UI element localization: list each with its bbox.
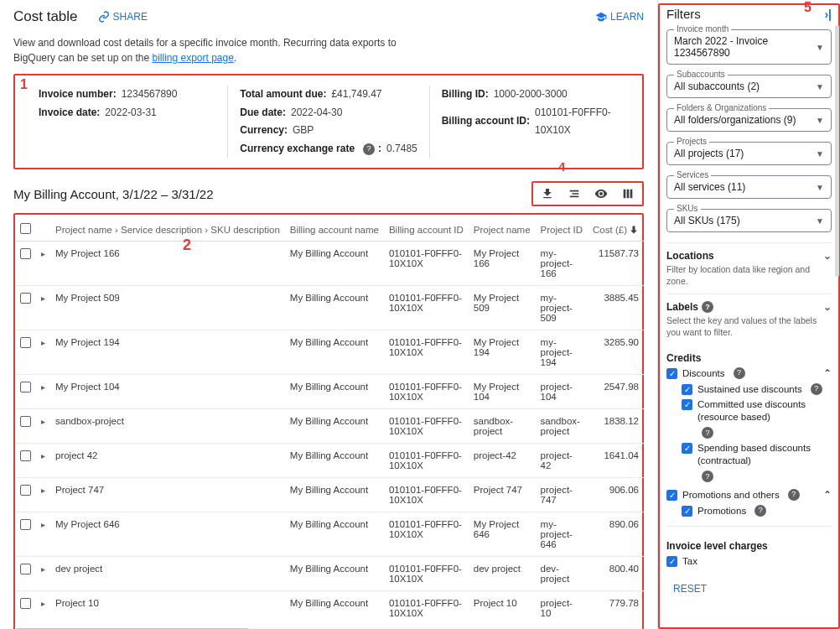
cell-name: project 42 [50,444,285,478]
filter-folders[interactable]: Folders & Organizations All folders/orga… [666,108,832,132]
locations-toggle[interactable]: Locations⌄ [666,250,832,262]
chevron-up-icon[interactable]: ⌃ [823,489,832,502]
expand-row-icon[interactable]: ▸ [41,382,45,392]
help-icon[interactable]: ? [788,489,800,501]
row-checkbox[interactable] [20,598,31,609]
visibility-icon[interactable] [594,186,609,201]
row-checkbox[interactable] [20,248,31,259]
callout-1: 1 [20,77,28,92]
cell-cost: 11587.73 [588,242,644,286]
table-row: ▸Project 10My Billing Account010101-F0FF… [15,591,644,626]
table-row: ▸My Project 104My Billing Account010101-… [15,375,644,409]
row-checkbox[interactable] [20,293,31,304]
cud-checkbox[interactable]: ✓ [682,399,692,410]
cell-pid: project-42 [536,444,589,478]
row-checkbox[interactable] [20,485,31,496]
labels-hint: Select the key and values of the labels … [666,315,832,338]
sbd-checkbox[interactable]: ✓ [682,443,692,454]
reset-button[interactable]: RESET [666,578,713,600]
discounts-checkbox[interactable]: ✓ [666,368,677,379]
callout-4: 4 [558,159,565,174]
cell-pname: Project 747 [469,478,536,512]
cell-pid: dev-project [536,557,589,591]
expand-row-icon[interactable]: ▸ [41,599,45,608]
table-row: ▸My Project 646My Billing Account010101-… [15,512,644,557]
help-icon[interactable]: ? [811,383,822,395]
expand-row-icon[interactable]: ▸ [41,564,45,574]
expand-row-icon[interactable]: ▸ [41,520,45,529]
cell-cost: 3285.90 [588,330,644,375]
cell-pname: My Project 104 [469,375,536,409]
callout-5: 5 [804,0,811,15]
chevron-up-icon[interactable]: ⌃ [823,367,832,380]
credits-title: Credits [666,352,832,364]
promotions-checkbox[interactable]: ✓ [682,506,692,517]
col-project-id[interactable]: Project ID [536,218,589,242]
cell-acctid: 010101-F0FFF0-10X10X [384,478,469,512]
billing-export-link[interactable]: billing export page [152,52,233,64]
col-project[interactable]: Project name › Service description › SKU… [50,218,285,242]
cell-pid: my-project-509 [536,286,589,330]
chevron-down-icon: ▼ [816,183,824,192]
help-icon[interactable]: ? [754,505,766,517]
col-cost[interactable]: Cost (£) [588,218,644,242]
expand-row-icon[interactable]: ▸ [41,451,45,460]
cell-name: My Project 646 [50,512,285,557]
cell-pname: My Project 646 [469,512,536,557]
collapse-panel-icon[interactable]: ›| [824,8,832,21]
expand-row-icon[interactable]: ▸ [41,249,45,258]
learn-button[interactable]: LEARN [595,11,644,23]
filter-projects[interactable]: Projects All projects (17)▼ [666,142,832,165]
sud-checkbox[interactable]: ✓ [682,384,692,395]
col-billing-name[interactable]: Billing account name [285,218,384,242]
vertical-scrollbar[interactable] [835,25,839,277]
cell-cost: 890.06 [588,512,644,557]
help-icon[interactable]: ? [702,470,713,482]
collapse-all-icon[interactable] [567,186,582,201]
col-project-name[interactable]: Project name [469,218,536,242]
cell-acctid: 010101-F0FFF0-10X10X [384,591,469,626]
help-icon[interactable]: ? [734,367,745,379]
filter-subaccounts[interactable]: Subaccounts All subaccounts (2)▼ [666,75,832,98]
cell-acctid: 010101-F0FFF0-10X10X [384,444,469,478]
share-button[interactable]: SHARE [98,11,148,23]
table-row: ▸project 42My Billing Account010101-F0FF… [15,444,644,478]
row-checkbox[interactable] [20,337,31,348]
cell-acctid: 010101-F0FFF0-10X10X [384,557,469,591]
col-billing-id[interactable]: Billing account ID [384,218,469,242]
table-row: ▸My Project 194My Billing Account010101-… [15,330,644,375]
cell-acct: My Billing Account [285,478,384,512]
cell-pid: my-project-194 [536,330,589,375]
help-icon[interactable]: ? [702,427,713,439]
cell-cost: 1641.04 [588,444,644,478]
chevron-down-icon: ▼ [816,216,824,226]
cell-acctid: 010101-F0FFF0-10X10X [384,512,469,557]
cell-pid: my-project-166 [536,242,589,286]
cell-pname: sandbox-project [469,409,536,444]
filter-skus[interactable]: SKUs All SKUs (175)▼ [666,209,832,232]
cell-acct: My Billing Account [285,330,384,375]
expand-row-icon[interactable]: ▸ [41,417,45,426]
tax-checkbox[interactable]: ✓ [666,556,677,567]
expand-row-icon[interactable]: ▸ [41,486,45,495]
help-icon[interactable]: ? [363,143,375,155]
select-all-checkbox[interactable] [20,223,31,234]
expand-row-icon[interactable]: ▸ [41,338,45,347]
cell-cost: 779.78 [588,591,644,626]
download-icon[interactable] [540,186,555,201]
promotions-group-checkbox[interactable]: ✓ [666,490,677,501]
row-checkbox[interactable] [20,450,31,461]
invoice-summary: 1 Invoice number:1234567890 Invoice date… [13,74,644,169]
columns-icon[interactable] [620,186,635,201]
filter-invoice-month[interactable]: Invoice month March 2022 - Invoice 12345… [666,29,832,65]
row-checkbox[interactable] [20,416,31,427]
row-checkbox[interactable] [20,564,31,574]
expand-row-icon[interactable]: ▸ [41,294,45,303]
cell-acct: My Billing Account [285,242,384,286]
help-icon[interactable]: ? [702,301,713,313]
labels-toggle[interactable]: Labels ?⌄ [666,301,832,313]
link-icon [98,11,110,23]
row-checkbox[interactable] [20,382,31,392]
filter-services[interactable]: Services All services (11)▼ [666,175,832,199]
row-checkbox[interactable] [20,519,31,530]
